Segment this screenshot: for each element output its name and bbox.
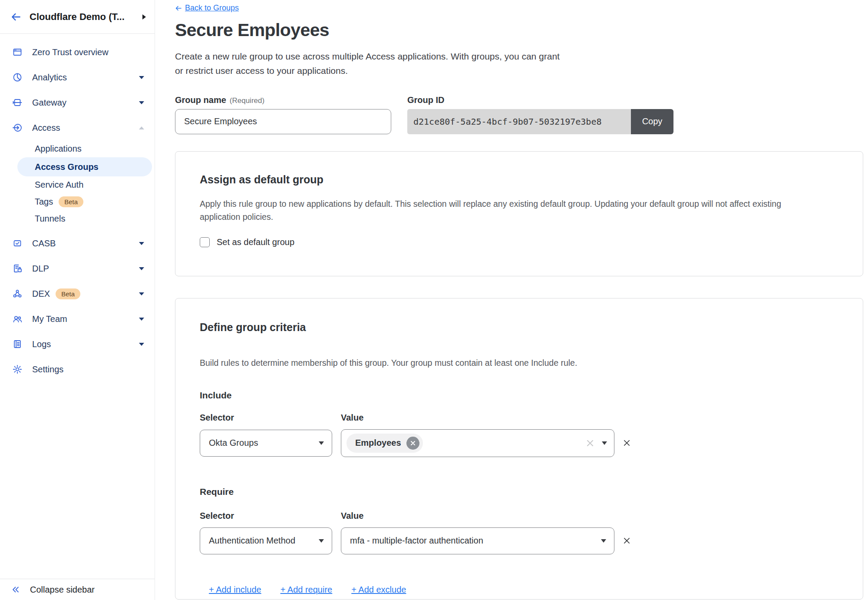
include-heading: Include [200,390,838,401]
chevron-down-icon[interactable] [139,76,144,79]
clear-values-icon[interactable] [586,439,594,447]
sidebar-item-casb[interactable]: CASB [0,231,155,256]
sidebar-item-tags[interactable]: Tags Beta [0,193,155,210]
include-selector-label: Selector [200,413,332,423]
set-default-group-row: Set as default group [200,237,838,247]
group-id-field-wrap: Group ID d21ce80f-5a25-4bcf-9b07-5032197… [407,95,673,134]
network-nodes-icon [12,288,23,299]
sidebar-item-dex[interactable]: DEX Beta [0,281,155,306]
back-to-groups-label: Back to Groups [185,3,239,13]
copy-button[interactable]: Copy [631,109,673,134]
gear-icon [12,364,23,375]
logs-list-icon [12,339,23,349]
sidebar-item-label: Settings [32,365,63,375]
add-require-link[interactable]: + Add require [281,585,333,595]
sidebar-item-logs[interactable]: Logs [0,331,155,357]
add-include-link[interactable]: + Add include [209,585,261,595]
sidebar-item-settings[interactable]: Settings [0,357,155,382]
sidebar-item-my-team[interactable]: My Team [0,306,155,331]
sidebar-item-tunnels[interactable]: Tunnels [0,210,155,227]
sidebar-item-applications[interactable]: Applications [0,140,155,157]
app-window: Cloudflare Demo (T... Zero Trust overvie… [0,0,868,600]
access-submenu: Applications Access Groups Service Auth … [0,140,155,227]
sidebar-item-zero-trust-overview[interactable]: Zero Trust overview [0,40,155,65]
set-default-group-label: Set as default group [217,237,294,247]
require-rule-row: Authentication Method mfa - multiple-fac… [200,527,838,554]
beta-badge: Beta [59,196,83,207]
require-value-dropdown[interactable]: mfa - multiple-factor authentication [341,527,614,554]
sidebar-item-access[interactable]: Access [0,115,155,140]
set-default-group-checkbox[interactable] [200,237,210,247]
required-hint: (Required) [230,96,264,105]
chevron-down-icon[interactable] [139,318,144,321]
chevron-down-icon[interactable] [139,101,144,104]
chevron-down-icon[interactable] [139,343,144,346]
require-selector-dropdown[interactable]: Authentication Method [200,527,332,554]
back-arrow-icon[interactable] [10,11,22,23]
subitem-label: Tags [35,197,53,207]
access-login-icon [12,123,23,133]
chevron-down-icon[interactable] [139,242,144,245]
casb-check-icon [12,238,23,249]
collapse-sidebar-button[interactable]: Collapse sidebar [0,579,155,600]
back-to-groups-link[interactable]: Back to Groups [175,3,239,13]
subitem-label: Applications [35,144,82,154]
group-name-field-wrap: Group name(Required) [175,95,391,134]
group-name-input[interactable] [175,109,391,134]
define-group-criteria-description: Build rules to determine membership of t… [200,356,838,369]
group-meta-row: Group name(Required) Group ID d21ce80f-5… [175,95,868,134]
page-title: Secure Employees [175,20,868,40]
chevron-down-icon [319,539,324,543]
gateway-icon [12,97,23,108]
account-name[interactable]: Cloudflare Demo (T... [30,11,139,23]
sidebar-item-access-groups[interactable]: Access Groups [17,157,152,176]
delete-require-rule-button[interactable] [623,537,640,544]
sidebar-item-label: Logs [32,339,51,349]
chevron-down-icon[interactable] [139,292,144,295]
sidebar-item-label: Access [32,123,60,133]
define-group-criteria-card: Define group criteria Build rules to det… [175,298,863,600]
remove-chip-button[interactable] [406,437,419,450]
beta-badge: Beta [56,288,80,299]
sidebar-item-analytics[interactable]: Analytics [0,65,155,90]
group-id-box: d21ce80f-5a25-4bcf-9b07-5032197e3be8 Cop… [407,109,673,134]
sidebar-item-dlp[interactable]: DLP [0,256,155,281]
sidebar-item-label: DEX [32,289,50,299]
team-people-icon [12,314,23,324]
add-exclude-link[interactable]: + Add exclude [351,585,406,595]
sidebar-item-gateway[interactable]: Gateway [0,90,155,115]
require-heading: Require [200,487,838,497]
chevron-down-icon[interactable] [602,441,607,445]
page-description: Create a new rule group to use across mu… [175,49,868,78]
main-content: Back to Groups Secure Employees Create a… [155,0,868,600]
overview-window-icon [12,47,23,57]
chevron-down-icon [319,441,324,445]
subitem-label: Tunnels [35,214,65,224]
value-chip-label: Employees [355,438,401,448]
include-selector-dropdown[interactable]: Okta Groups [200,430,332,457]
include-value-multiselect[interactable]: Employees [341,429,614,457]
group-id-value: d21ce80f-5a25-4bcf-9b07-5032197e3be8 [407,109,631,134]
sidebar-item-service-auth[interactable]: Service Auth [0,176,155,193]
collapse-sidebar-label: Collapse sidebar [30,585,95,595]
group-name-label: Group name(Required) [175,95,391,106]
include-labels-row: Selector Value [200,413,838,423]
sidebar-header: Cloudflare Demo (T... [0,0,155,34]
group-id-label: Group ID [407,95,673,106]
subitem-label: Access Groups [35,162,99,172]
back-arrow-icon [175,5,182,12]
chevron-down-icon[interactable] [139,267,144,270]
sidebar: Cloudflare Demo (T... Zero Trust overvie… [0,0,155,600]
chevron-right-icon[interactable] [142,14,146,20]
assign-default-group-description: Apply this rule group to new application… [200,197,838,223]
subitem-label: Service Auth [35,180,83,190]
sidebar-item-label: DLP [32,264,49,274]
chevron-up-icon[interactable] [139,126,144,129]
include-selector-value: Okta Groups [209,438,258,448]
require-selector-label: Selector [200,511,332,521]
document-lock-icon [12,263,23,274]
assign-default-group-card: Assign as default group Apply this rule … [175,151,863,276]
include-value-label: Value [341,413,614,423]
pie-chart-icon [12,72,23,83]
delete-include-rule-button[interactable] [623,439,640,447]
